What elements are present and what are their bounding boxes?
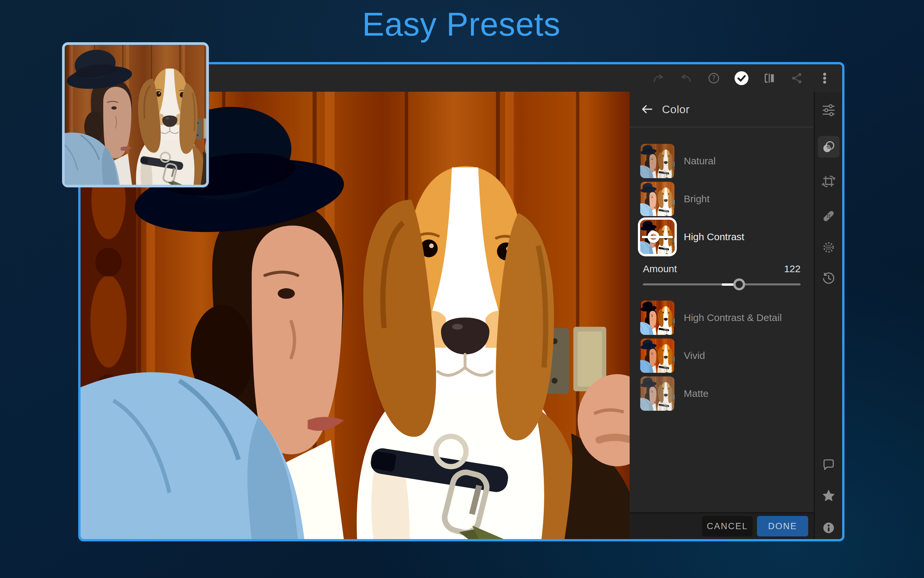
- preset-item-matte[interactable]: Matte: [640, 377, 814, 411]
- svg-text:?: ?: [712, 74, 715, 82]
- cancel-button[interactable]: CANCEL: [702, 516, 753, 536]
- panel-title: Color: [662, 103, 690, 116]
- preset-item-high-contrast[interactable]: High Contrast: [640, 220, 814, 254]
- page-title: Easy Presets: [78, 5, 844, 43]
- share-icon[interactable]: [789, 71, 805, 86]
- page-background: Easy Presets ?: [0, 0, 924, 578]
- preset-thumbnail: [640, 300, 674, 335]
- preset-label: Bright: [684, 193, 710, 205]
- preset-thumbnail: [640, 144, 674, 178]
- preset-slider-glyph-knob: [648, 231, 659, 243]
- comment-icon[interactable]: [821, 457, 836, 472]
- preset-label: Matte: [684, 388, 708, 399]
- preset-item-vivid[interactable]: Vivid: [640, 338, 814, 373]
- preset-item-high-contrast-detail[interactable]: High Contrast & Detail: [640, 300, 814, 335]
- preset-item-bright[interactable]: Bright: [640, 182, 814, 216]
- preset-label: Natural: [684, 155, 716, 167]
- preset-thumbnail: [640, 338, 674, 373]
- done-button[interactable]: DONE: [757, 516, 808, 536]
- preset-item-natural[interactable]: Natural: [640, 144, 814, 178]
- undo-icon[interactable]: [679, 71, 693, 86]
- preset-thumbnail-selected: [640, 220, 674, 254]
- preset-thumbnail: [640, 377, 674, 411]
- crop-rotate-icon[interactable]: [821, 174, 836, 189]
- selective-edit-icon[interactable]: [821, 240, 836, 255]
- info-icon[interactable]: [821, 520, 836, 536]
- panel-footer: CANCEL DONE: [630, 512, 814, 539]
- amount-slider-knob[interactable]: [733, 278, 745, 290]
- redo-icon[interactable]: [651, 71, 666, 86]
- presets-icon[interactable]: [821, 139, 836, 154]
- panel-header: Color: [630, 92, 814, 127]
- history-icon[interactable]: [821, 271, 836, 286]
- tool-sidebar: [814, 92, 842, 539]
- help-icon[interactable]: ?: [706, 71, 721, 86]
- preset-label: High Contrast & Detail: [684, 312, 782, 323]
- star-icon[interactable]: [821, 488, 836, 503]
- preset-thumbnail: [640, 182, 674, 216]
- amount-slider[interactable]: [643, 277, 801, 292]
- commit-check-icon[interactable]: [734, 71, 749, 86]
- preset-label: Vivid: [684, 350, 705, 361]
- preset-label: High Contrast: [684, 231, 744, 242]
- original-photo-thumbnail[interactable]: [62, 42, 209, 187]
- amount-value: 122: [784, 263, 801, 274]
- amount-block: Amount 122: [643, 263, 801, 292]
- healing-brush-icon[interactable]: [821, 208, 836, 224]
- before-after-icon[interactable]: [762, 71, 777, 86]
- adjust-sliders-icon[interactable]: [821, 102, 836, 118]
- color-presets-panel: Color Natural Bright: [630, 92, 814, 539]
- amount-label: Amount: [643, 263, 677, 274]
- arrow-left-icon[interactable]: [641, 104, 653, 114]
- more-options-icon[interactable]: [817, 71, 832, 86]
